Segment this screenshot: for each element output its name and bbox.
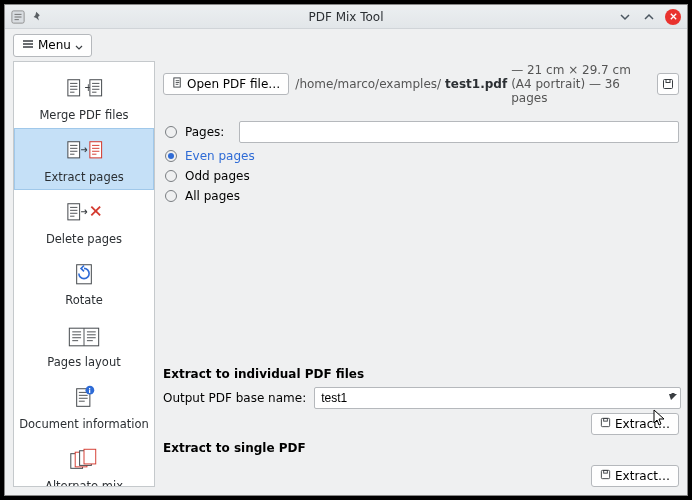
merge-icon: +: [19, 73, 149, 107]
svg-rect-21: [601, 418, 609, 426]
all-label: All pages: [185, 189, 240, 203]
save-icon: [600, 417, 611, 431]
extract-single-button[interactable]: Extract…: [591, 465, 679, 487]
basename-label: Output PDF base name:: [163, 391, 306, 405]
sidebar-item-label: Pages layout: [19, 356, 149, 370]
alternate-icon: [19, 444, 149, 478]
clear-icon[interactable]: [667, 391, 679, 406]
pages-label: Pages:: [185, 125, 231, 139]
sidebar-item-label: Rotate: [19, 294, 149, 308]
file-path-prefix: /home/marco/examples/: [295, 77, 441, 91]
app-icon: [11, 10, 25, 24]
sidebar[interactable]: + Merge PDF files Extract pages Delete p…: [13, 61, 155, 487]
basename-input[interactable]: [314, 387, 681, 409]
svg-rect-20: [666, 80, 670, 83]
even-option-row[interactable]: Even pages: [165, 149, 679, 163]
svg-rect-1: [68, 80, 80, 96]
info-icon: i: [19, 382, 149, 416]
svg-rect-23: [601, 470, 609, 478]
svg-rect-6: [68, 203, 80, 219]
sidebar-item-extract[interactable]: Extract pages: [14, 128, 154, 190]
open-pdf-label: Open PDF file…: [187, 77, 280, 91]
svg-rect-3: [90, 80, 102, 96]
file-meta: — 21 cm × 29.7 cm (A4 portrait) — 36 pag…: [511, 63, 651, 105]
pages-option-row[interactable]: Pages:: [165, 121, 679, 143]
svg-rect-22: [604, 418, 608, 421]
radio-even[interactable]: [165, 150, 177, 162]
radio-pages[interactable]: [165, 126, 177, 138]
odd-option-row[interactable]: Odd pages: [165, 169, 679, 183]
sidebar-item-layout[interactable]: Pages layout: [14, 313, 154, 375]
file-name: test1.pdf: [445, 77, 507, 91]
extract-label: Extract…: [615, 417, 670, 431]
svg-rect-24: [604, 470, 608, 473]
sidebar-item-label: Alternate mix: [19, 480, 149, 487]
delete-icon: [19, 197, 149, 231]
minimize-button[interactable]: [617, 9, 633, 25]
chevron-down-icon: [75, 41, 83, 49]
sidebar-item-info[interactable]: i Document information: [14, 375, 154, 437]
sidebar-item-alternate[interactable]: Alternate mix: [14, 437, 154, 487]
titlebar: PDF Mix Tool: [5, 5, 687, 29]
rotate-icon: [19, 258, 149, 292]
file-icon: [172, 77, 183, 91]
svg-rect-19: [664, 80, 673, 89]
svg-text:i: i: [88, 387, 90, 395]
menu-button[interactable]: Menu: [13, 34, 92, 57]
all-option-row[interactable]: All pages: [165, 189, 679, 203]
maximize-button[interactable]: [641, 9, 657, 25]
pages-input[interactable]: [239, 121, 679, 143]
save-icon: [600, 469, 611, 483]
file-save-button[interactable]: [657, 73, 679, 95]
sidebar-item-label: Merge PDF files: [19, 109, 149, 123]
window-title: PDF Mix Tool: [5, 10, 687, 24]
single-section-title: Extract to single PDF: [163, 435, 679, 461]
extract-individual-button[interactable]: Extract…: [591, 413, 679, 435]
svg-rect-5: [90, 142, 102, 158]
sidebar-item-label: Document information: [19, 418, 149, 432]
extract-label: Extract…: [615, 469, 670, 483]
radio-odd[interactable]: [165, 170, 177, 182]
menu-icon: [22, 38, 34, 53]
svg-rect-4: [68, 142, 80, 158]
file-path-display: /home/marco/examples/test1.pdf — 21 cm ×…: [295, 63, 651, 105]
sidebar-item-rotate[interactable]: Rotate: [14, 251, 154, 313]
svg-rect-16: [84, 449, 96, 464]
sidebar-item-label: Delete pages: [19, 233, 149, 247]
sidebar-item-delete[interactable]: Delete pages: [14, 190, 154, 252]
odd-label: Odd pages: [185, 169, 250, 183]
radio-all[interactable]: [165, 190, 177, 202]
individual-section-title: Extract to individual PDF files: [163, 361, 679, 387]
menu-label: Menu: [38, 38, 71, 52]
sidebar-item-label: Extract pages: [19, 171, 149, 185]
layout-icon: [19, 320, 149, 354]
pin-icon[interactable]: [31, 10, 45, 24]
close-button[interactable]: [665, 9, 681, 25]
open-pdf-button[interactable]: Open PDF file…: [163, 73, 289, 95]
even-label: Even pages: [185, 149, 255, 163]
extract-icon: [19, 135, 149, 169]
sidebar-item-merge[interactable]: + Merge PDF files: [14, 66, 154, 128]
